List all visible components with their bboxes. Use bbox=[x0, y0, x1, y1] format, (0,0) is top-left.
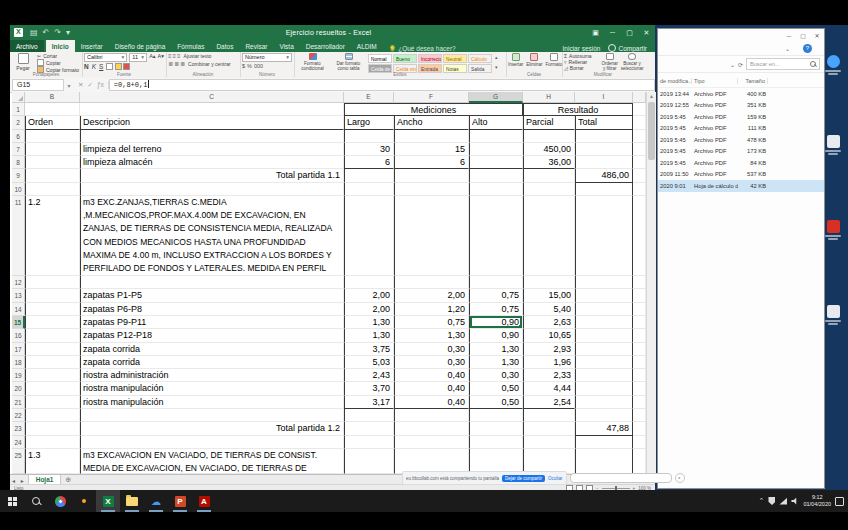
percent-icon[interactable]: % bbox=[247, 63, 252, 69]
cell-I17[interactable] bbox=[575, 343, 633, 356]
cell-C23[interactable]: Total partida 1.2 bbox=[80, 422, 344, 435]
gallery-scroll[interactable]: ▴▾ bbox=[495, 53, 498, 71]
cell-H11[interactable] bbox=[523, 196, 575, 276]
cell-H23[interactable] bbox=[523, 422, 575, 435]
row-header-12[interactable]: 12 bbox=[12, 276, 25, 289]
column-modified[interactable]: de modifica... bbox=[658, 78, 692, 84]
merged-resultado[interactable]: Resultado bbox=[523, 103, 633, 116]
name-box-dropdown-icon[interactable]: ▾ bbox=[64, 82, 74, 89]
help-icon[interactable]: ? bbox=[803, 44, 812, 53]
cell-C18[interactable]: zapata corrida bbox=[80, 356, 344, 369]
cell-E25[interactable] bbox=[344, 449, 394, 474]
cell-F18[interactable]: 0,30 bbox=[394, 356, 469, 369]
cell-C24[interactable] bbox=[80, 436, 344, 449]
cell-E22[interactable] bbox=[344, 409, 394, 422]
cell-E10[interactable] bbox=[344, 183, 394, 196]
cell-extra-23[interactable] bbox=[633, 422, 646, 435]
cell-B8[interactable] bbox=[25, 156, 80, 169]
cell-E18[interactable]: 5,03 bbox=[344, 356, 394, 369]
cell-H22[interactable] bbox=[523, 409, 575, 422]
cell-extra-13[interactable] bbox=[633, 289, 646, 302]
cell-F21[interactable]: 0,40 bbox=[394, 396, 469, 409]
undo-icon[interactable]: ↶ bbox=[43, 25, 50, 40]
file-row-2[interactable]: 2019 12:55Archivo PDF351 KB bbox=[658, 100, 824, 112]
cell-E9[interactable] bbox=[344, 169, 394, 182]
cell-H24[interactable] bbox=[523, 436, 575, 449]
zoom-slider[interactable] bbox=[602, 488, 630, 489]
cell-extra-15[interactable] bbox=[633, 316, 646, 329]
cell-I16[interactable] bbox=[575, 329, 633, 342]
cell-extra-17[interactable] bbox=[633, 343, 646, 356]
cell-C19[interactable]: riostra administración bbox=[80, 369, 344, 382]
cell-G19[interactable]: 0,30 bbox=[469, 369, 523, 382]
underline-button[interactable]: S bbox=[99, 63, 103, 70]
file-row-3[interactable]: 2019 5:45Archivo PDF159 KB bbox=[658, 111, 824, 123]
cell-C14[interactable]: zapatas P6-P8 bbox=[80, 303, 344, 316]
row-header-9[interactable]: 9 bbox=[12, 169, 25, 182]
merged-mediciones[interactable]: Mediciones bbox=[344, 103, 523, 116]
share-button[interactable]: Compartir bbox=[608, 44, 647, 52]
borders-icon[interactable] bbox=[106, 63, 113, 70]
column-header-G[interactable]: G bbox=[469, 92, 523, 103]
cell-F12[interactable] bbox=[394, 276, 469, 289]
cell-G21[interactable]: 0,50 bbox=[469, 396, 523, 409]
row-header-21[interactable]: 21 bbox=[12, 396, 25, 409]
gallery-down-icon[interactable]: ▾ bbox=[495, 64, 498, 70]
cell-I6[interactable] bbox=[575, 130, 633, 143]
cell-E14[interactable]: 2,00 bbox=[344, 303, 394, 316]
cell-E13[interactable]: 2,00 bbox=[344, 289, 394, 302]
cell-I9[interactable]: 486,00 bbox=[575, 169, 633, 182]
row-header-6[interactable]: 6 bbox=[12, 130, 25, 143]
horizontal-scroll-arrow[interactable]: ▸ bbox=[675, 473, 685, 483]
row-header-16[interactable]: 16 bbox=[12, 329, 25, 342]
explorer-minimize-button[interactable]: ─ bbox=[782, 33, 796, 39]
sign-in-link[interactable]: Iniciar sesión bbox=[563, 45, 601, 52]
taskbar-file-explorer-icon[interactable] bbox=[120, 490, 144, 512]
cell-H19[interactable]: 2,33 bbox=[523, 369, 575, 382]
row-header-2[interactable]: 2 bbox=[12, 116, 25, 129]
cell-I24[interactable] bbox=[575, 436, 633, 449]
cell-G8[interactable] bbox=[469, 156, 523, 169]
cell-E21[interactable]: 3,17 bbox=[344, 396, 394, 409]
conditional-formatting-button[interactable]: Formato condicional bbox=[296, 53, 329, 71]
cell-I8[interactable] bbox=[575, 156, 633, 169]
row-header-25[interactable]: 25 bbox=[12, 449, 25, 474]
file-row-7[interactable]: 2019 5:45Archivo PDF84 KB bbox=[658, 157, 824, 169]
row-header-10[interactable]: 10 bbox=[12, 183, 25, 196]
cell-E12[interactable] bbox=[344, 276, 394, 289]
cell-G20[interactable]: 0,50 bbox=[469, 382, 523, 395]
bold-button[interactable]: N bbox=[84, 63, 89, 70]
row-header-17[interactable]: 17 bbox=[12, 343, 25, 356]
scroll-up-icon[interactable]: ▲ bbox=[647, 92, 656, 100]
cell-extra-7[interactable] bbox=[633, 143, 646, 156]
cell-G23[interactable] bbox=[469, 422, 523, 435]
cell-extra-10[interactable] bbox=[633, 183, 646, 196]
tab-archivo[interactable]: Archivo bbox=[10, 40, 44, 52]
copy-button[interactable]: Copiar bbox=[37, 59, 79, 66]
style-neutral[interactable]: Neutral bbox=[443, 54, 467, 63]
cell-B11[interactable]: 1.2 bbox=[25, 196, 80, 276]
tab-datos[interactable]: Datos bbox=[210, 40, 239, 52]
minimize-button[interactable]: ─ bbox=[604, 25, 621, 40]
stop-sharing-button[interactable]: Dejar de compartir bbox=[502, 475, 545, 482]
cell-H15[interactable]: 2,63 bbox=[523, 316, 575, 329]
sheet-grid[interactable]: 1MedicionesResultado2OrdenDescripcionLar… bbox=[12, 103, 646, 474]
cell-extra-12[interactable] bbox=[633, 276, 646, 289]
cell-C2[interactable]: Descripcion bbox=[80, 116, 344, 129]
cell-F2[interactable]: Ancho bbox=[394, 116, 469, 129]
vertical-scrollbar-thumb[interactable] bbox=[648, 102, 655, 160]
clear-button[interactable]: ◿Borrar bbox=[564, 65, 597, 71]
cell-H14[interactable]: 5,40 bbox=[523, 303, 575, 316]
cell-H10[interactable] bbox=[523, 183, 575, 196]
paste-button[interactable]: Pegar bbox=[12, 53, 34, 71]
cell-extra-24[interactable] bbox=[633, 436, 646, 449]
cell-I13[interactable] bbox=[575, 289, 633, 302]
cell-C11[interactable]: m3 EXC.ZANJAS,TIERRAS C.MEDIA ,M.MECANIC… bbox=[80, 196, 344, 276]
cell-E16[interactable]: 1,30 bbox=[344, 329, 394, 342]
refresh-icon[interactable]: ⟳ bbox=[738, 61, 743, 68]
file-row-1[interactable]: 2019 13:44Archivo PDF400 KB bbox=[658, 88, 824, 100]
cell-I2[interactable]: Total bbox=[575, 116, 633, 129]
cell-E15[interactable]: 1,30 bbox=[344, 316, 394, 329]
cell-B21[interactable] bbox=[25, 396, 80, 409]
cell-G24[interactable] bbox=[469, 436, 523, 449]
